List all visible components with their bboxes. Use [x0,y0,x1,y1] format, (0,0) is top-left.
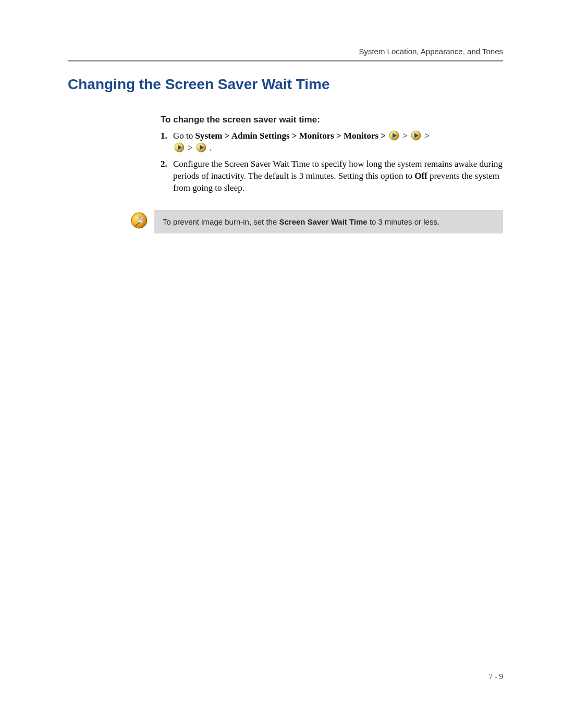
nav-path: System > Admin Settings > Monitors > Mon… [195,131,388,141]
page-container: System Location, Appearance, and Tones C… [0,0,563,728]
note-row: To prevent image burn-in, set the Screen… [130,210,503,233]
step-end: . [207,143,212,153]
content-block: To change the screen saver wait time: 1.… [161,115,503,194]
step-list: 1. Go to System > Admin Settings > Monit… [161,130,503,194]
note-bold: Screen Saver Wait Time [279,217,367,226]
next-arrow-icon [411,130,421,141]
next-arrow-icon [389,130,399,141]
note-box: To prevent image burn-in, set the Screen… [154,210,503,233]
header-chapter-label: System Location, Appearance, and Tones [68,47,503,56]
step-number: 1. [161,130,173,154]
next-arrow-icon [196,142,206,153]
off-label: Off [414,171,427,181]
sep: > [400,131,410,141]
header-rule [68,60,503,61]
procedure-heading: To change the screen saver wait time: [161,115,503,125]
step-2: 2. Configure the Screen Saver Wait Time … [161,158,503,194]
note-text: to 3 minutes or less. [368,217,439,226]
step-body: Go to System > Admin Settings > Monitors… [173,130,503,154]
note-pushpin-icon [130,212,154,231]
next-arrow-icon [174,142,185,153]
step-number: 2. [161,158,173,194]
step-1: 1. Go to System > Admin Settings > Monit… [161,130,503,154]
page-title: Changing the Screen Saver Wait Time [68,76,503,93]
note-text: To prevent image burn-in, set the [163,217,279,226]
step-body: Configure the Screen Saver Wait Time to … [173,158,503,194]
page-number: 7 - 9 [489,672,504,681]
sep: > [186,143,195,153]
sep: > [422,131,430,141]
step-text: Go to [173,131,195,141]
